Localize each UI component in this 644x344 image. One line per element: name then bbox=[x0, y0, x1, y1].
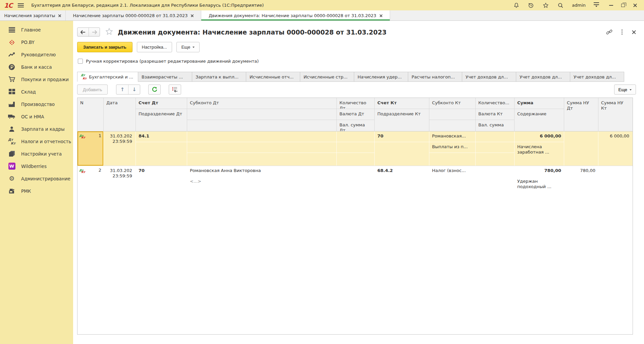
register-tab-label: Бухгалтерский и ... bbox=[89, 74, 133, 79]
register-tab-income-accounting-3[interactable]: Учет доходов дл... bbox=[570, 72, 624, 82]
favorite-star-icon[interactable] bbox=[105, 28, 113, 36]
more-button-top[interactable]: Еще bbox=[176, 42, 200, 52]
sidebar-item-po-by[interactable]: РО.BY bbox=[0, 36, 73, 48]
table-row[interactable]: Дт Кт 1 31.03.202 23:59:59 84.1 bbox=[77, 131, 633, 166]
save-and-close-button[interactable]: Записать и закрыть bbox=[77, 42, 132, 52]
chevron-down-icon bbox=[193, 47, 195, 49]
tab-salary-accruals[interactable]: Начисления зарплаты bbox=[0, 10, 66, 20]
amount-cell: 6 000,00 bbox=[515, 131, 564, 142]
dtkt-posting-icon: Дт Кт bbox=[79, 133, 85, 140]
manual-edit-label[interactable]: Ручная корректировка (разрешает редактир… bbox=[86, 59, 259, 64]
notifications-bell-icon[interactable] bbox=[513, 2, 520, 9]
content-cell: Начислена заработная ... bbox=[515, 142, 564, 166]
col-header-date: Дата bbox=[104, 98, 136, 131]
table-row[interactable]: Дт Кт 2 31.03.202 23:59:59 70 Романовска… bbox=[77, 166, 633, 197]
col-header-currency-kt: Валюта Кт bbox=[476, 109, 515, 120]
truck-icon bbox=[8, 113, 15, 120]
register-tab-income-accounting-1[interactable]: Учет доходов дл... bbox=[462, 72, 516, 82]
tab-salary-accrual-document[interactable]: Начисление зарплаты 0000-000028 от 31.03… bbox=[66, 10, 201, 20]
register-tab-accounting[interactable]: Дт Кт Бухгалтерский и ... bbox=[77, 72, 138, 82]
sidebar-item-bank-cash[interactable]: Банк и касса bbox=[0, 61, 73, 73]
amount-nu-dt-cell: 780,00 bbox=[564, 166, 598, 197]
more-button-label: Еще bbox=[181, 45, 190, 50]
form-header-icons bbox=[606, 29, 636, 35]
register-tab-calculated-insurance[interactable]: Исчисленные стр... bbox=[300, 72, 354, 82]
sidebar-item-warehouse[interactable]: Склад bbox=[0, 85, 73, 98]
favorites-star-icon[interactable] bbox=[542, 2, 549, 9]
sidebar-item-administration[interactable]: Администрирование bbox=[0, 172, 73, 185]
register-tab-accruals-deductions[interactable]: Начисления удер... bbox=[354, 72, 408, 82]
more-actions-kebab-icon[interactable] bbox=[622, 30, 623, 35]
settings-button[interactable]: Настройка... bbox=[137, 42, 172, 52]
page-title: Движения документа: Начисление зарплаты … bbox=[118, 28, 386, 36]
sidebar-item-label: Склад bbox=[21, 89, 36, 95]
sidebar-item-label: Покупки и продажи bbox=[21, 77, 69, 82]
qty-kt-cell bbox=[476, 131, 515, 142]
sidebar-item-label: Зарплата и кадры bbox=[21, 126, 65, 132]
tab-close-icon[interactable] bbox=[191, 14, 194, 17]
search-icon[interactable] bbox=[557, 2, 564, 9]
sidebar-item-label: Главное bbox=[21, 27, 41, 33]
add-row-button[interactable]: Добавить bbox=[77, 84, 108, 95]
tab-close-icon[interactable] bbox=[379, 14, 382, 17]
row-number: 2 bbox=[99, 168, 101, 173]
tab-label: Начисление зарплаты 0000-000028 от 31.03… bbox=[73, 13, 188, 18]
more-button-toolbar[interactable]: Еще bbox=[614, 84, 636, 95]
sidebar-item-purchases-sales[interactable]: Покупки и продажи bbox=[0, 73, 73, 85]
sidebar-item-fixed-assets[interactable]: ОС и НМА bbox=[0, 110, 73, 123]
sidebar-item-taxes-reports[interactable]: Дт Кт Налоги и отчетность bbox=[0, 135, 73, 148]
subdivision-kt-cell bbox=[375, 142, 429, 166]
manual-edit-checkbox[interactable] bbox=[78, 59, 83, 64]
col-header-amount-nu-kt: Сумма НУ Кт bbox=[598, 98, 632, 131]
sidebar-item-accounting-settings[interactable]: Настройки учета bbox=[0, 148, 73, 160]
register-tab-label: Взаиморасчеты ... bbox=[142, 74, 183, 79]
functions-menu-icon[interactable] bbox=[594, 2, 599, 8]
sidebar-item-rmk[interactable]: РМК bbox=[0, 185, 73, 197]
subconto-kt-cell-3 bbox=[429, 187, 476, 197]
sidebar-item-manager[interactable]: Руководителю bbox=[0, 48, 73, 61]
register-tab-salary-payable[interactable]: Зарплата к выпл... bbox=[192, 72, 246, 82]
table-toolbar: Добавить Еще bbox=[77, 84, 636, 95]
register-tab-mutual-settlements[interactable]: Взаиморасчеты ... bbox=[138, 72, 192, 82]
minimize-icon[interactable] bbox=[609, 5, 613, 6]
get-link-icon[interactable] bbox=[606, 29, 612, 35]
user-name[interactable]: admin bbox=[572, 3, 586, 8]
register-tab-taxpayer-calculations[interactable]: Расчеты налогоп... bbox=[408, 72, 462, 82]
back-button[interactable] bbox=[77, 28, 89, 36]
close-window-icon[interactable] bbox=[633, 3, 637, 7]
register-tab-calculated-deductions[interactable]: Исчисленные отч... bbox=[246, 72, 300, 82]
tab-label: Движения документа: Начисление зарплаты … bbox=[209, 13, 376, 18]
sidebar-item-wildberries[interactable]: Wildberries bbox=[0, 160, 73, 172]
history-icon[interactable] bbox=[528, 2, 534, 9]
account-dt-cell: 70 bbox=[136, 166, 187, 177]
sidebar-item-label: РО.BY bbox=[21, 40, 35, 45]
refresh-button[interactable] bbox=[148, 84, 161, 95]
form-header-row: Движения документа: Начисление зарплаты … bbox=[77, 27, 636, 37]
sidebar-item-main[interactable]: Главное bbox=[0, 23, 73, 36]
chevron-down-icon bbox=[630, 89, 632, 92]
output-list-button[interactable] bbox=[169, 84, 181, 95]
cur-amount-dt-cell bbox=[337, 187, 375, 197]
tab-document-movements[interactable]: Движения документа: Начисление зарплаты … bbox=[201, 10, 390, 20]
subconto-dt-cell: Романовская Анна Викторовна bbox=[187, 166, 337, 177]
subconto-kt-cell-3 bbox=[429, 153, 476, 166]
dt-glyph: Дт bbox=[81, 73, 85, 77]
restore-window-icon[interactable] bbox=[621, 4, 625, 7]
command-bar: Записать и закрыть Настройка... Еще bbox=[77, 42, 636, 52]
tab-close-icon[interactable] bbox=[58, 14, 61, 17]
move-up-icon[interactable] bbox=[116, 85, 128, 94]
sidebar-item-label: Банк и касса bbox=[21, 64, 52, 70]
close-form-icon[interactable] bbox=[632, 30, 636, 34]
warehouse-grid-icon bbox=[8, 88, 15, 96]
forward-button[interactable] bbox=[89, 28, 100, 36]
move-down-icon[interactable] bbox=[128, 85, 140, 94]
move-buttons-group bbox=[116, 84, 140, 95]
register-tab-income-accounting-2[interactable]: Учет доходов дл... bbox=[516, 72, 570, 82]
main-menu-icon[interactable] bbox=[18, 3, 24, 7]
sidebar-item-production[interactable]: Производство bbox=[0, 98, 73, 110]
dtkt-posting-icon: Дт Кт bbox=[79, 168, 85, 175]
sidebar-item-label: Настройки учета bbox=[21, 151, 62, 157]
sidebar-item-salary-hr[interactable]: Зарплата и кадры bbox=[0, 123, 73, 135]
titlebar-actions: admin bbox=[513, 2, 637, 9]
qty-dt-cell bbox=[337, 131, 375, 142]
